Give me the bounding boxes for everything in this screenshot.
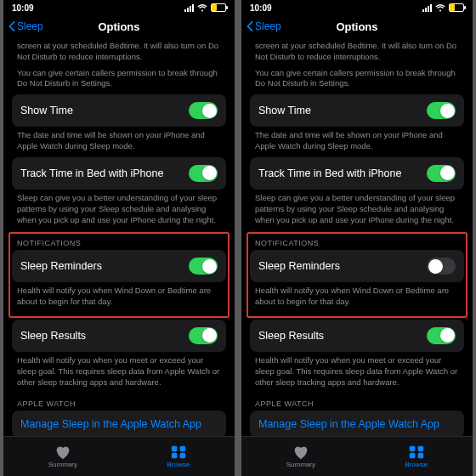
sleep-results-label: Sleep Results <box>20 330 86 342</box>
sleep-reminders-footer: Health will notify you when Wind Down or… <box>12 282 226 313</box>
status-time: 10:09 <box>250 3 272 13</box>
svg-rect-6 <box>410 453 416 459</box>
signal-icon <box>184 4 194 12</box>
nav-bar: Sleep Options <box>3 15 235 37</box>
back-label: Sleep <box>255 20 281 32</box>
wifi-icon <box>435 4 445 12</box>
manage-sleep-label: Manage Sleep in the Apple Watch App <box>258 418 439 430</box>
sleep-reminders-row: Sleep Reminders <box>250 250 464 282</box>
back-label: Sleep <box>17 20 43 32</box>
status-bar: 10:09 <box>3 0 235 15</box>
tab-browse-label: Browse <box>405 461 428 468</box>
grid-icon <box>408 445 425 460</box>
track-time-row: Track Time in Bed with iPhone <box>250 157 464 190</box>
grid-icon <box>170 445 187 460</box>
sleep-results-footer: Health will notify you when you meet or … <box>12 352 226 393</box>
show-time-row: Show Time <box>12 94 226 127</box>
tab-summary[interactable]: Summary <box>286 445 315 468</box>
back-button[interactable]: Sleep <box>8 20 43 32</box>
sleep-reminders-toggle[interactable] <box>189 258 218 275</box>
tab-summary[interactable]: Summary <box>48 445 77 468</box>
sleep-results-label: Sleep Results <box>258 330 324 342</box>
show-time-footer: The date and time will be shown on your … <box>250 127 464 157</box>
sleep-reminders-label: Sleep Reminders <box>20 260 102 272</box>
sleep-results-row: Sleep Results <box>12 320 226 352</box>
sleep-reminders-footer: Health will notify you when Wind Down or… <box>250 282 464 313</box>
apple-watch-header: APPLE WATCH <box>12 393 226 411</box>
sleep-reminders-row: Sleep Reminders <box>12 250 226 282</box>
show-time-toggle[interactable] <box>189 102 218 119</box>
status-indicators <box>184 3 226 12</box>
nav-bar: Sleep Options <box>241 15 473 37</box>
svg-rect-5 <box>418 446 424 452</box>
svg-rect-2 <box>172 453 178 459</box>
show-time-label: Show Time <box>20 105 73 116</box>
svg-rect-4 <box>410 446 416 452</box>
track-time-footer: Sleep can give you a better understandin… <box>12 190 226 230</box>
show-time-toggle[interactable] <box>427 102 456 119</box>
track-time-row: Track Time in Bed with iPhone <box>12 157 226 190</box>
battery-icon <box>449 3 464 12</box>
manage-sleep-link[interactable]: Manage Sleep in the Apple Watch App <box>12 411 226 436</box>
heart-icon <box>292 445 309 460</box>
apple-watch-header: APPLE WATCH <box>250 393 464 411</box>
tab-browse[interactable]: Browse <box>167 445 190 468</box>
highlight-box: NOTIFICATIONS Sleep Reminders Health wil… <box>246 232 468 318</box>
intro-text-1: screen at your scheduled Bedtime. It wil… <box>250 37 464 68</box>
intro-text-1: screen at your scheduled Bedtime. It wil… <box>12 37 226 68</box>
sleep-results-toggle[interactable] <box>189 327 218 344</box>
battery-icon <box>211 3 226 12</box>
show-time-label: Show Time <box>258 105 311 116</box>
tab-bar: Summary Browse <box>3 436 235 476</box>
notifications-header: NOTIFICATIONS <box>250 235 464 250</box>
scroll-content[interactable]: screen at your scheduled Bedtime. It wil… <box>241 37 473 436</box>
svg-rect-7 <box>418 453 424 459</box>
manage-sleep-label: Manage Sleep in the Apple Watch App <box>20 418 201 430</box>
track-time-toggle[interactable] <box>427 165 456 182</box>
signal-icon <box>422 4 432 12</box>
scroll-content[interactable]: screen at your scheduled Bedtime. It wil… <box>3 37 235 436</box>
tab-bar: Summary Browse <box>241 436 473 476</box>
chevron-left-icon <box>8 21 15 31</box>
back-button[interactable]: Sleep <box>246 20 281 32</box>
track-time-toggle[interactable] <box>189 165 218 182</box>
nav-title: Options <box>336 20 377 33</box>
manage-sleep-link[interactable]: Manage Sleep in the Apple Watch App <box>250 411 464 436</box>
track-time-footer: Sleep can give you a better understandin… <box>250 190 464 230</box>
phone-left: 10:09 Sleep Options screen at your sched… <box>3 0 235 476</box>
nav-title: Options <box>98 20 139 33</box>
status-time: 10:09 <box>12 3 34 13</box>
svg-rect-0 <box>172 446 178 452</box>
track-time-label: Track Time in Bed with iPhone <box>258 167 401 179</box>
tab-browse[interactable]: Browse <box>405 445 428 468</box>
svg-rect-3 <box>180 453 186 459</box>
highlight-box: NOTIFICATIONS Sleep Reminders Health wil… <box>8 232 230 318</box>
show-time-footer: The date and time will be shown on your … <box>12 127 226 157</box>
tab-summary-label: Summary <box>286 461 315 468</box>
status-bar: 10:09 <box>241 0 473 15</box>
heart-icon <box>54 445 71 460</box>
intro-text-2: You can give certain callers permission … <box>250 68 464 95</box>
svg-rect-1 <box>180 446 186 452</box>
track-time-label: Track Time in Bed with iPhone <box>20 167 163 179</box>
sleep-results-row: Sleep Results <box>250 320 464 352</box>
sleep-reminders-label: Sleep Reminders <box>258 260 340 272</box>
show-time-row: Show Time <box>250 94 464 127</box>
status-indicators <box>422 3 464 12</box>
sleep-reminders-toggle[interactable] <box>427 258 456 275</box>
intro-text-2: You can give certain callers permission … <box>12 68 226 95</box>
notifications-header: NOTIFICATIONS <box>12 235 226 250</box>
chevron-left-icon <box>246 21 253 31</box>
sleep-results-footer: Health will notify you when you meet or … <box>250 352 464 393</box>
wifi-icon <box>197 4 207 12</box>
tab-summary-label: Summary <box>48 461 77 468</box>
sleep-results-toggle[interactable] <box>427 327 456 344</box>
tab-browse-label: Browse <box>167 461 190 468</box>
phone-right: 10:09 Sleep Options screen at your sched… <box>241 0 473 476</box>
